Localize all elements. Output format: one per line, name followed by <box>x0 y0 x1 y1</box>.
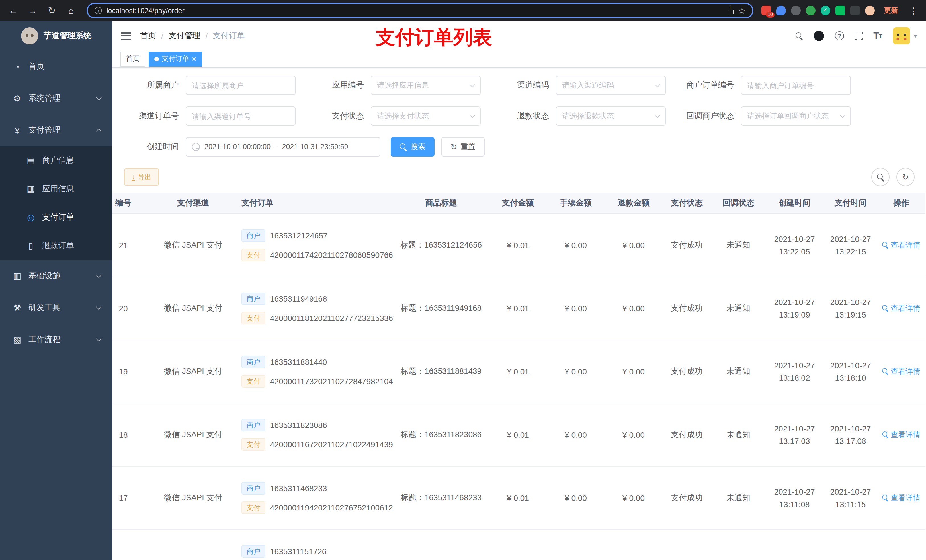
sidebar-item-label: 系统管理 <box>29 93 61 104</box>
url-text[interactable]: localhost:1024/pay/order <box>106 6 185 15</box>
merchant-tag: 商户 <box>242 355 265 368</box>
filter-field-merchant: 所属商户 <box>119 76 304 95</box>
filter-label: 商户订单编号 <box>674 80 741 91</box>
hamburger-icon[interactable] <box>121 32 131 39</box>
sidebar-item-refund-order[interactable]: ▯ 退款订单 <box>0 232 112 260</box>
filter-field-create-time: 创建时间 2021-10-01 00:00:00 - 2021-10-31 23… <box>119 137 380 157</box>
filter-label: 退款状态 <box>489 111 556 121</box>
sidebar-item-pay-order[interactable]: ◎ 支付订单 <box>0 203 112 232</box>
breadcrumb-home[interactable]: 首页 <box>140 31 156 41</box>
pay-submenu: ▤ 商户信息 ▦ 应用信息 ◎ 支付订单 ▯ 退款订单 <box>0 146 112 260</box>
sidebar-item-infra[interactable]: ▥ 基础设施 <box>0 260 112 292</box>
merchant-order-no-input[interactable] <box>741 76 851 95</box>
workflow-icon: ▧ <box>11 335 23 345</box>
address-bar[interactable]: i localhost:1024/pay/order ☆ <box>86 3 754 18</box>
pay-tag: 支付 <box>242 375 265 387</box>
cell-id <box>112 529 150 560</box>
cell-title: 标题：1635311881439 <box>392 340 490 403</box>
extension-icon-puzzle[interactable] <box>850 6 860 15</box>
refund-status-select[interactable]: 请选择退款状态 <box>556 106 666 126</box>
close-icon[interactable]: × <box>192 55 196 63</box>
view-detail-link[interactable]: 查看详情 <box>882 492 920 503</box>
sidebar-item-merchant-info[interactable]: ▤ 商户信息 <box>0 146 112 175</box>
cell-pay-time: 2021-10-2713:22:15 <box>824 213 877 276</box>
extension-icon-dark[interactable] <box>791 6 801 15</box>
bookmark-star-icon[interactable]: ☆ <box>738 6 746 15</box>
notify-status-select[interactable]: 请选择订单回调商户状态 <box>741 106 851 126</box>
site-info-icon[interactable]: i <box>95 7 102 14</box>
col-fee: 手续金额 <box>546 193 605 213</box>
help-icon[interactable]: ? <box>835 31 844 41</box>
page-title-annotation: 支付订单列表 <box>376 24 492 51</box>
table-header-row: 编号 支付渠道 支付订单 商品标题 支付金额 手续金额 退款金额 支付状态 回调… <box>112 193 925 213</box>
sidebar-item-devtools[interactable]: ⚒ 研发工具 <box>0 292 112 324</box>
filter-label: 渠道编码 <box>489 80 556 91</box>
fullscreen-icon[interactable] <box>855 32 862 40</box>
forward-icon[interactable]: → <box>25 3 40 18</box>
channel-code-select[interactable]: 请输入渠道编码 <box>556 76 666 95</box>
refresh-button[interactable]: ↻ <box>896 168 915 186</box>
browser-update-button[interactable]: 更新 <box>879 4 903 17</box>
user-menu[interactable]: ▾ <box>893 27 917 44</box>
tab-home[interactable]: 首页 <box>120 51 145 66</box>
sidebar-logo[interactable]: 芋道管理系统 <box>0 21 112 51</box>
export-button[interactable]: ↓ 导出 <box>124 169 159 186</box>
col-status: 支付状态 <box>662 193 712 213</box>
sidebar-item-system[interactable]: ⚙ 系统管理 <box>0 83 112 115</box>
chevron-down-icon <box>469 82 475 88</box>
channel-order-no-input[interactable] <box>186 106 295 126</box>
col-pay-time: 支付时间 <box>824 193 877 213</box>
search-toggle-button[interactable] <box>872 168 890 186</box>
cell-pay-order: 商户1635311151726 <box>236 529 392 560</box>
browser-menu-icon[interactable]: ⋮ <box>907 5 920 16</box>
search-button[interactable]: 搜索 <box>391 137 434 157</box>
extension-icon-face[interactable] <box>865 6 875 15</box>
cell-refund: ¥ 0.00 <box>605 466 662 529</box>
filter-field-channel-order-no: 渠道订单号 <box>119 106 304 126</box>
sidebar-item-workflow[interactable]: ▧ 工作流程 <box>0 324 112 356</box>
col-title: 商品标题 <box>392 193 490 213</box>
back-icon[interactable]: ← <box>6 3 21 18</box>
breadcrumb-separator: / <box>206 31 208 41</box>
view-detail-link[interactable]: 查看详情 <box>882 366 920 376</box>
view-detail-link[interactable]: 查看详情 <box>882 303 920 313</box>
cell-pay-time: 2021-10-2713:11:15 <box>824 466 877 529</box>
extension-icon-chat[interactable] <box>835 6 845 15</box>
extension-icon-red[interactable]: 10 <box>761 6 771 15</box>
active-dot <box>154 57 159 61</box>
extensions-row: 10 ✓ <box>761 6 875 15</box>
sidebar-item-home[interactable]: ◔ 首页 <box>0 51 112 83</box>
gear-icon: ⚙ <box>11 93 23 104</box>
grid-icon: ▦ <box>25 184 36 194</box>
cell-fee: ¥ 0.00 <box>546 340 605 403</box>
extension-icon-green[interactable] <box>806 6 816 15</box>
merchant-tag: 商户 <box>242 292 265 305</box>
merchant-tag: 商户 <box>242 418 265 431</box>
breadcrumb-pay[interactable]: 支付管理 <box>169 31 200 41</box>
github-icon[interactable] <box>814 31 824 41</box>
tab-pay-order[interactable]: 支付订单 × <box>149 51 202 66</box>
extension-icon-check[interactable]: ✓ <box>821 6 830 15</box>
search-icon[interactable] <box>795 32 803 39</box>
home-icon[interactable]: ⌂ <box>64 3 79 18</box>
extension-icon-drop[interactable] <box>776 6 786 15</box>
reset-button[interactable]: ↻ 重置 <box>441 137 484 157</box>
target-icon: ◎ <box>25 212 36 222</box>
pay-status-select[interactable]: 请选择支付状态 <box>371 106 481 126</box>
cell-fee: ¥ 0.00 <box>546 276 605 340</box>
merchant-select-input[interactable] <box>186 76 295 95</box>
col-notify: 回调状态 <box>712 193 765 213</box>
sidebar-item-pay[interactable]: ¥ 支付管理 <box>0 115 112 146</box>
filter-field-merchant-order-no: 商户订单编号 <box>674 76 859 95</box>
brand-title: 芋道管理系统 <box>44 31 91 41</box>
reload-icon[interactable]: ↻ <box>44 3 59 18</box>
cell-id: 21 <box>112 213 150 276</box>
sidebar-item-app-info[interactable]: ▦ 应用信息 <box>0 175 112 203</box>
share-icon[interactable] <box>728 10 734 14</box>
font-size-icon[interactable]: TT <box>873 31 882 41</box>
date-range-picker[interactable]: 2021-10-01 00:00:00 - 2021-10-31 23:59:5… <box>186 137 380 157</box>
caret-down-icon: ▾ <box>914 32 917 39</box>
view-detail-link[interactable]: 查看详情 <box>882 429 920 440</box>
view-detail-link[interactable]: 查看详情 <box>882 240 920 250</box>
app-select[interactable]: 请选择应用信息 <box>371 76 481 95</box>
